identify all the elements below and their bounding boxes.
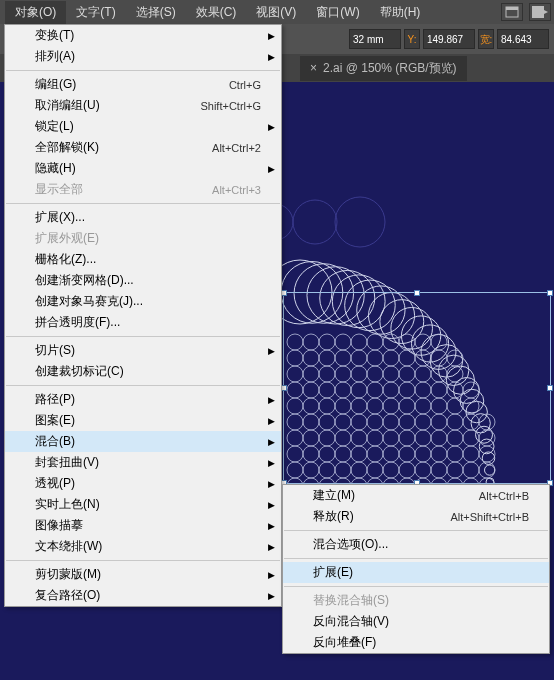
submenu-arrow-icon: ▶	[268, 479, 275, 489]
menu-item-label: 锁定(L)	[35, 118, 74, 135]
submenu-arrow-icon: ▶	[268, 122, 275, 132]
menu-item: 显示全部Alt+Ctrl+3	[5, 179, 281, 200]
menu-item[interactable]: 编组(G)Ctrl+G	[5, 74, 281, 95]
menu-item-shortcut: Alt+Ctrl+B	[479, 490, 529, 502]
close-icon[interactable]: ×	[310, 61, 317, 75]
submenu-arrow-icon: ▶	[268, 521, 275, 531]
menu-item[interactable]: 封套扭曲(V)▶	[5, 452, 281, 473]
menu-item[interactable]: 混合选项(O)...	[283, 534, 549, 555]
menu-item[interactable]: 排列(A)▶	[5, 46, 281, 67]
menu-item-label: 排列(A)	[35, 48, 75, 65]
menu-item[interactable]: 透视(P)▶	[5, 473, 281, 494]
menu-separator	[284, 530, 548, 531]
menu-separator	[284, 586, 548, 587]
menu-item[interactable]: 全部解锁(K)Alt+Ctrl+2	[5, 137, 281, 158]
menu-item-shortcut: Alt+Ctrl+3	[212, 184, 261, 196]
tab-title: 2.ai @ 150% (RGB/预览)	[323, 60, 457, 77]
submenu-arrow-icon: ▶	[268, 542, 275, 552]
y-field[interactable]: 149.867 mm	[423, 29, 475, 49]
menu-item[interactable]: 路径(P)▶	[5, 389, 281, 410]
blend-submenu-dropdown: 建立(M)Alt+Ctrl+B释放(R)Alt+Shift+Ctrl+B混合选项…	[282, 484, 550, 654]
menu-item[interactable]: 文本绕排(W)▶	[5, 536, 281, 557]
menu-item-label: 剪切蒙版(M)	[35, 566, 101, 583]
menu-view[interactable]: 视图(V)	[246, 1, 306, 24]
menu-item[interactable]: 建立(M)Alt+Ctrl+B	[283, 485, 549, 506]
object-menu-dropdown: 变换(T)▶排列(A)▶编组(G)Ctrl+G取消编组(U)Shift+Ctrl…	[4, 24, 282, 607]
menu-item: 替换混合轴(S)	[283, 590, 549, 611]
menu-separator	[284, 558, 548, 559]
menu-item-label: 路径(P)	[35, 391, 75, 408]
menu-item-label: 显示全部	[35, 181, 83, 198]
menu-item-label: 切片(S)	[35, 342, 75, 359]
submenu-arrow-icon: ▶	[268, 591, 275, 601]
menu-item-label: 创建对象马赛克(J)...	[35, 293, 143, 310]
submenu-arrow-icon: ▶	[268, 500, 275, 510]
menu-item[interactable]: 剪切蒙版(M)▶	[5, 564, 281, 585]
menu-item[interactable]: 创建渐变网格(D)...	[5, 270, 281, 291]
menu-item[interactable]: 实时上色(N)▶	[5, 494, 281, 515]
menu-item[interactable]: 反向混合轴(V)	[283, 611, 549, 632]
svg-point-4	[293, 200, 337, 244]
menu-item[interactable]: 隐藏(H)▶	[5, 158, 281, 179]
menu-item-label: 替换混合轴(S)	[313, 592, 389, 609]
submenu-arrow-icon: ▶	[268, 52, 275, 62]
menu-item[interactable]: 扩展(X)...	[5, 207, 281, 228]
menu-item-label: 扩展(X)...	[35, 209, 85, 226]
submenu-arrow-icon: ▶	[268, 437, 275, 447]
selection-handle[interactable]	[414, 290, 420, 296]
menu-help[interactable]: 帮助(H)	[370, 1, 431, 24]
submenu-arrow-icon: ▶	[268, 395, 275, 405]
menu-item[interactable]: 切片(S)▶	[5, 340, 281, 361]
menu-item-label: 反向混合轴(V)	[313, 613, 389, 630]
menu-item[interactable]: 创建对象马赛克(J)...	[5, 291, 281, 312]
menu-item-label: 取消编组(U)	[35, 97, 100, 114]
menu-item-label: 创建渐变网格(D)...	[35, 272, 134, 289]
menu-item[interactable]: 扩展(E)	[283, 562, 549, 583]
menu-item[interactable]: 取消编组(U)Shift+Ctrl+G	[5, 95, 281, 116]
menu-item[interactable]: 栅格化(Z)...	[5, 249, 281, 270]
menu-item-label: 透视(P)	[35, 475, 75, 492]
selection-bounds	[283, 292, 551, 484]
menu-item-shortcut: Ctrl+G	[229, 79, 261, 91]
menu-type[interactable]: 文字(T)	[66, 1, 125, 24]
menu-item[interactable]: 混合(B)▶	[5, 431, 281, 452]
menu-item-label: 文本绕排(W)	[35, 538, 102, 555]
menu-separator	[6, 203, 280, 204]
menu-item[interactable]: 拼合透明度(F)...	[5, 312, 281, 333]
width-label: 宽:	[478, 29, 494, 49]
menu-item[interactable]: 图案(E)▶	[5, 410, 281, 431]
menu-item-label: 混合(B)	[35, 433, 75, 450]
menu-item[interactable]: 复合路径(O)▶	[5, 585, 281, 606]
menu-select[interactable]: 选择(S)	[126, 1, 186, 24]
submenu-arrow-icon: ▶	[268, 346, 275, 356]
menu-item[interactable]: 释放(R)Alt+Shift+Ctrl+B	[283, 506, 549, 527]
menu-item-label: 释放(R)	[313, 508, 354, 525]
menu-item[interactable]: 创建裁切标记(C)	[5, 361, 281, 382]
menu-item[interactable]: 锁定(L)▶	[5, 116, 281, 137]
menu-item-label: 编组(G)	[35, 76, 76, 93]
menu-item-label: 复合路径(O)	[35, 587, 100, 604]
menu-item-label: 混合选项(O)...	[313, 536, 388, 553]
doc-layout-icon[interactable]	[501, 3, 523, 21]
menu-item-label: 图像描摹	[35, 517, 83, 534]
menu-item[interactable]: 图像描摹▶	[5, 515, 281, 536]
width-field[interactable]: 84.643 mm	[497, 29, 549, 49]
menu-item-label: 隐藏(H)	[35, 160, 76, 177]
workspace-switcher-icon[interactable]	[529, 3, 551, 21]
menu-item[interactable]: 变换(T)▶	[5, 25, 281, 46]
svg-point-5	[335, 197, 385, 247]
menu-item[interactable]: 反向堆叠(F)	[283, 632, 549, 653]
menu-separator	[6, 560, 280, 561]
menu-item-label: 变换(T)	[35, 27, 74, 44]
x-field-partial[interactable]: 32 mm	[349, 29, 401, 49]
y-label: Y:	[404, 29, 420, 49]
menu-effect[interactable]: 效果(C)	[186, 1, 247, 24]
menu-object[interactable]: 对象(O)	[5, 1, 66, 24]
menu-item-label: 拼合透明度(F)...	[35, 314, 120, 331]
menu-window[interactable]: 窗口(W)	[306, 1, 369, 24]
selection-handle[interactable]	[547, 385, 553, 391]
document-tab[interactable]: × 2.ai @ 150% (RGB/预览)	[300, 56, 467, 81]
selection-handle[interactable]	[547, 290, 553, 296]
menu-item-label: 建立(M)	[313, 487, 355, 504]
menu-item-label: 图案(E)	[35, 412, 75, 429]
